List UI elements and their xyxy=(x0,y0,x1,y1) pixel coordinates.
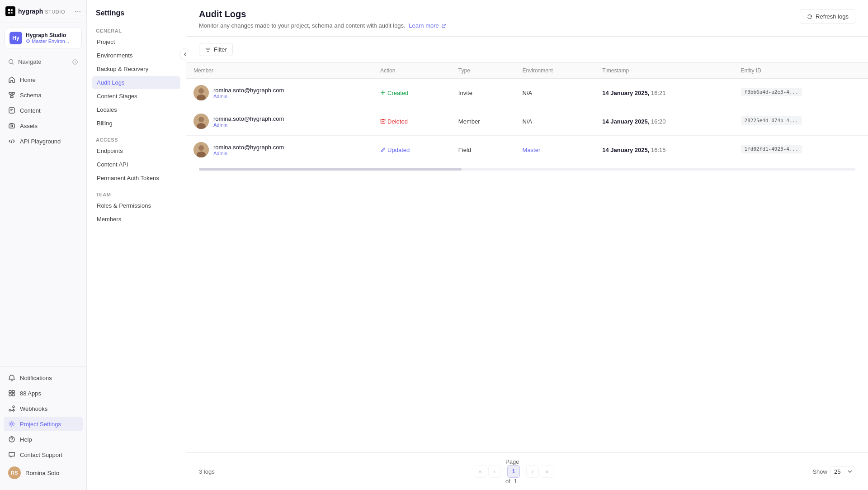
cell-member-2: romina.soto@hygraph.com Admin xyxy=(186,136,373,164)
nav-item-schema[interactable]: Schema xyxy=(4,88,83,102)
sidebar-bottom: Notifications 88 Apps Webhooks Project S… xyxy=(0,366,86,490)
cell-entity-id-2: 1fd02fd1-4923-4... xyxy=(734,136,868,164)
pagination: « ‹ Page 1 of 1 › » xyxy=(474,458,553,485)
settings-item-audit-logs[interactable]: Audit Logs xyxy=(92,76,180,89)
filter-button[interactable]: Filter xyxy=(199,43,233,56)
cell-env-1: N/A xyxy=(515,107,595,136)
nav-item-api[interactable]: API Playground xyxy=(4,134,83,148)
table-row: romina.soto@hygraph.com Admin DeletedMem… xyxy=(186,107,868,136)
filter-icon xyxy=(205,47,211,53)
cell-timestamp-0: 14 January 2025, 16:21 xyxy=(595,79,733,107)
navigate-search-button[interactable]: Navigate xyxy=(5,56,82,68)
learn-more-link[interactable]: Learn more xyxy=(409,22,446,29)
workspace-name: Hygraph Studio xyxy=(26,32,77,38)
col-timestamp: Timestamp xyxy=(595,63,733,79)
svg-point-36 xyxy=(198,88,204,94)
member-email: romina.soto@hygraph.com xyxy=(213,87,284,94)
cell-timestamp-2: 14 January 2025, 16:15 xyxy=(595,136,733,164)
show-per-page: Show 25 50 100 xyxy=(812,466,855,477)
nav-item-assets[interactable]: Assets xyxy=(4,119,83,133)
user-profile-item[interactable]: RS Romina Soto xyxy=(4,463,83,483)
member-email: romina.soto@hygraph.com xyxy=(213,115,284,122)
last-page-button[interactable]: » xyxy=(541,465,553,478)
settings-item-roles[interactable]: Roles & Permissions xyxy=(92,199,180,212)
settings-item-billing[interactable]: Billing xyxy=(92,117,180,130)
refresh-logs-label: Refresh logs xyxy=(816,13,849,20)
navigate-label: Navigate xyxy=(18,58,41,65)
sidebar-item-webhooks[interactable]: Webhooks xyxy=(4,401,83,416)
refresh-logs-button[interactable]: Refresh logs xyxy=(800,9,855,24)
settings-item-backup[interactable]: Backup & Recovery xyxy=(92,62,180,76)
cell-env-0: N/A xyxy=(515,79,595,107)
api-icon xyxy=(8,138,15,145)
svg-rect-23 xyxy=(12,394,14,396)
main-body: Member Action Type Environment Timestamp… xyxy=(186,63,868,452)
svg-rect-14 xyxy=(9,108,14,113)
logo-text: hygraph STUDIO xyxy=(18,8,65,15)
sidebar-item-project-settings[interactable]: Project Settings xyxy=(4,417,83,431)
audit-table: Member Action Type Environment Timestamp… xyxy=(186,63,868,164)
sidebar-item-help[interactable]: Help xyxy=(4,432,83,447)
webhooks-icon xyxy=(8,405,15,412)
logs-count: 3 logs xyxy=(199,468,215,475)
next-page-button[interactable]: › xyxy=(526,465,539,478)
table-row: romina.soto@hygraph.com Admin CreatedInv… xyxy=(186,79,868,107)
section-label-access: ACCESS xyxy=(92,133,180,144)
collapse-sidebar-button[interactable] xyxy=(179,48,186,61)
user-name: Romina Soto xyxy=(25,470,59,476)
col-member: Member xyxy=(186,63,373,79)
col-action: Action xyxy=(373,63,451,79)
assets-icon xyxy=(8,122,15,129)
current-page-button[interactable]: 1 xyxy=(507,465,520,478)
member-cell: romina.soto@hygraph.com Admin xyxy=(193,85,366,100)
nav-search-area: Navigate xyxy=(0,53,86,71)
member-cell: romina.soto@hygraph.com Admin xyxy=(193,142,366,157)
clock-icon xyxy=(72,59,78,65)
cell-type-1: Member xyxy=(451,107,515,136)
svg-rect-9 xyxy=(10,96,13,98)
timestamp-date: 14 January 2025, xyxy=(602,147,649,153)
nav-label-content: Content xyxy=(20,107,41,114)
per-page-select[interactable]: 25 50 100 xyxy=(830,466,855,477)
settings-item-auth-tokens[interactable]: Permanent Auth Tokens xyxy=(92,171,180,185)
header-left: Audit Logs Monitor any changes made to y… xyxy=(199,9,446,29)
svg-rect-21 xyxy=(12,390,14,393)
left-sidebar: hygraph STUDIO ··· Hy Hygraph Studio Mas… xyxy=(0,0,87,490)
help-icon xyxy=(8,436,15,443)
svg-point-4 xyxy=(9,59,13,63)
grid-icon xyxy=(8,390,15,397)
cell-action-1: Deleted xyxy=(373,107,451,136)
settings-item-project[interactable]: Project xyxy=(92,35,180,48)
workspace-section: Hy Hygraph Studio Master Environ... xyxy=(0,23,86,53)
sidebar-item-notifications[interactable]: Notifications xyxy=(4,371,83,385)
svg-point-18 xyxy=(11,125,13,127)
svg-line-19 xyxy=(11,139,12,143)
trash-icon xyxy=(380,119,386,124)
first-page-button[interactable]: « xyxy=(474,465,486,478)
workspace-card[interactable]: Hy Hygraph Studio Master Environ... xyxy=(5,28,82,48)
scrollbar-thumb[interactable] xyxy=(199,168,462,171)
settings-item-endpoints[interactable]: Endpoints xyxy=(92,144,180,157)
cell-type-2: Field xyxy=(451,136,515,164)
sidebar-item-apps[interactable]: 88 Apps xyxy=(4,386,83,400)
settings-item-locales[interactable]: Locales xyxy=(92,103,180,116)
cell-action-2: Updated xyxy=(373,136,451,164)
svg-rect-0 xyxy=(8,9,10,11)
settings-item-members[interactable]: Members xyxy=(92,213,180,226)
member-email: romina.soto@hygraph.com xyxy=(213,144,284,151)
settings-sidebar: Settings GENERAL Project Environments Ba… xyxy=(87,0,186,490)
nav-item-home[interactable]: Home xyxy=(4,72,83,87)
prev-page-button[interactable]: ‹ xyxy=(488,465,501,478)
svg-point-49 xyxy=(198,145,204,151)
more-options-button[interactable]: ··· xyxy=(75,7,81,15)
sidebar-item-contact-support[interactable]: Contact Support xyxy=(4,447,83,462)
horizontal-scrollbar[interactable] xyxy=(199,168,855,171)
cell-timestamp-1: 14 January 2025, 16:20 xyxy=(595,107,733,136)
contact-support-label: Contact Support xyxy=(20,452,62,458)
settings-item-content-stages[interactable]: Content Stages xyxy=(92,90,180,103)
nav-item-content[interactable]: Content xyxy=(4,103,83,118)
settings-item-environments[interactable]: Environments xyxy=(92,49,180,62)
user-avatar: RS xyxy=(8,466,21,479)
plus-icon xyxy=(380,90,386,95)
settings-item-content-api[interactable]: Content API xyxy=(92,158,180,171)
